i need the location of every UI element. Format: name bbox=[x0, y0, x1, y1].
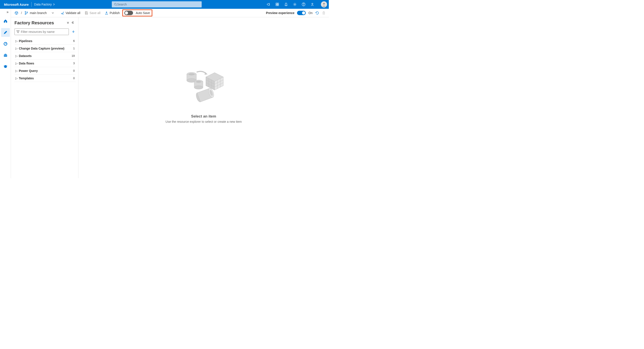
empty-state-subtitle: Use the resource explorer to select or c… bbox=[166, 120, 242, 124]
svg-point-35 bbox=[194, 86, 203, 89]
publish-label: Publish bbox=[110, 11, 120, 15]
publish-button[interactable]: Publish bbox=[103, 9, 122, 17]
search-icon bbox=[114, 3, 117, 6]
announcement-icon[interactable] bbox=[266, 2, 270, 6]
validate-all-button[interactable]: Validate all bbox=[59, 9, 82, 17]
resource-group-pipelines[interactable]: ▷ Pipelines 6 bbox=[14, 37, 76, 45]
svg-point-11 bbox=[25, 12, 26, 12]
settings-icon[interactable] bbox=[293, 2, 297, 6]
resource-group-templates[interactable]: ▷ Templates 0 bbox=[14, 74, 76, 82]
branch-selector[interactable]: main branch bbox=[23, 9, 56, 17]
save-icon bbox=[84, 11, 88, 15]
slash-sep: / bbox=[21, 11, 22, 15]
nav-manage[interactable] bbox=[1, 51, 10, 60]
caret-right-icon: ▷ bbox=[15, 39, 18, 43]
resource-group-cdc[interactable]: ▷ Change Data Capture (preview) 1 bbox=[14, 45, 76, 52]
pencil-icon bbox=[3, 30, 8, 35]
svg-point-17 bbox=[5, 44, 6, 44]
svg-point-13 bbox=[27, 12, 28, 13]
svg-point-9 bbox=[312, 3, 313, 4]
expand-rail-button[interactable]: » bbox=[0, 10, 11, 14]
help-icon[interactable] bbox=[302, 2, 306, 6]
preview-experience-label: Preview experience bbox=[266, 11, 294, 15]
svg-point-6 bbox=[294, 4, 295, 5]
autosave-highlight: Auto Save bbox=[122, 10, 152, 16]
azure-brand[interactable]: Microsoft Azure bbox=[4, 3, 29, 6]
factory-icon bbox=[14, 11, 18, 15]
resource-group-datasets[interactable]: ▷ Datasets 19 bbox=[14, 52, 76, 60]
resource-group-powerquery[interactable]: ▷ Power Query 0 bbox=[14, 67, 76, 74]
adf-toolbar: / main branch Validate all Save all Publ… bbox=[0, 9, 329, 17]
user-avatar[interactable] bbox=[321, 1, 327, 8]
svg-rect-20 bbox=[4, 56, 7, 56]
caret-right-icon: ▷ bbox=[15, 54, 18, 58]
save-all-label: Save all bbox=[90, 11, 100, 15]
svg-point-0 bbox=[114, 3, 116, 5]
add-resource-button[interactable]: + bbox=[71, 30, 76, 34]
filter-resources[interactable] bbox=[14, 28, 69, 35]
collapse-panel-button[interactable] bbox=[72, 21, 76, 25]
preview-experience-toggle[interactable] bbox=[297, 11, 306, 15]
svg-point-32 bbox=[188, 73, 195, 76]
breadcrumb[interactable]: Data Factory bbox=[34, 3, 55, 6]
empty-state-title: Select an item bbox=[166, 114, 242, 118]
caret-right-icon: ▷ bbox=[15, 76, 18, 80]
filter-icon bbox=[16, 30, 20, 33]
caret-right-icon: ▷ bbox=[15, 62, 18, 65]
preview-experience-state: On bbox=[308, 11, 312, 15]
svg-point-36 bbox=[196, 81, 201, 83]
divider bbox=[31, 2, 32, 7]
left-nav-rail: » bbox=[0, 9, 11, 178]
azure-top-bar: Microsoft Azure Data Factory bbox=[0, 0, 329, 9]
account-icon[interactable] bbox=[310, 2, 314, 6]
save-all-button: Save all bbox=[83, 9, 102, 17]
expand-all-button[interactable] bbox=[66, 21, 70, 25]
resource-group-dataflows[interactable]: ▷ Data flows 3 bbox=[14, 60, 76, 67]
header-actions bbox=[266, 1, 327, 8]
global-search-input[interactable] bbox=[117, 3, 200, 6]
nav-monitor[interactable] bbox=[1, 40, 10, 48]
autosave-label: Auto Save bbox=[136, 11, 150, 15]
chevron-down-icon bbox=[52, 12, 54, 14]
nav-learn[interactable] bbox=[1, 62, 10, 71]
empty-state-illustration bbox=[182, 68, 226, 112]
toolbox-icon bbox=[3, 53, 8, 58]
datafactory-chip-icon[interactable] bbox=[13, 9, 20, 17]
svg-rect-5 bbox=[278, 4, 278, 6]
feedback-icon[interactable] bbox=[275, 2, 279, 6]
breadcrumb-label: Data Factory bbox=[34, 3, 52, 6]
factory-resources-panel: Factory Resources + ▷ Pipelines 6 ▷ Chan… bbox=[11, 17, 78, 178]
notifications-icon[interactable] bbox=[284, 2, 288, 6]
graduation-icon bbox=[3, 64, 8, 69]
nav-home[interactable] bbox=[1, 17, 10, 26]
checkmark-icon bbox=[61, 11, 64, 15]
autosave-toggle[interactable] bbox=[124, 11, 133, 15]
svg-rect-3 bbox=[278, 3, 278, 4]
svg-point-10 bbox=[323, 3, 325, 4]
filter-input[interactable] bbox=[21, 30, 67, 34]
svg-point-12 bbox=[25, 14, 26, 14]
svg-rect-4 bbox=[276, 4, 277, 6]
svg-line-1 bbox=[116, 5, 117, 6]
delete-button bbox=[322, 11, 326, 15]
chevron-right-icon bbox=[53, 3, 55, 6]
nav-author[interactable] bbox=[1, 28, 10, 37]
panel-title: Factory Resources bbox=[14, 20, 65, 26]
refresh-button[interactable] bbox=[315, 11, 319, 15]
branch-name: main branch bbox=[30, 11, 47, 15]
validate-label: Validate all bbox=[66, 11, 80, 15]
gauge-icon bbox=[3, 42, 8, 46]
svg-point-8 bbox=[304, 5, 304, 6]
caret-right-icon: ▷ bbox=[15, 69, 18, 72]
empty-state: Select an item Use the resource explorer… bbox=[166, 68, 242, 124]
branch-icon bbox=[24, 11, 28, 15]
caret-right-icon: ▷ bbox=[15, 47, 18, 50]
publish-icon bbox=[105, 11, 108, 15]
svg-rect-19 bbox=[5, 54, 6, 55]
svg-rect-2 bbox=[276, 3, 277, 4]
toolbar-right: Preview experience On bbox=[266, 11, 329, 15]
resources-list: ▷ Pipelines 6 ▷ Change Data Capture (pre… bbox=[14, 37, 76, 82]
home-icon bbox=[3, 19, 8, 24]
main-canvas: Select an item Use the resource explorer… bbox=[78, 17, 329, 178]
global-search[interactable] bbox=[112, 1, 202, 8]
